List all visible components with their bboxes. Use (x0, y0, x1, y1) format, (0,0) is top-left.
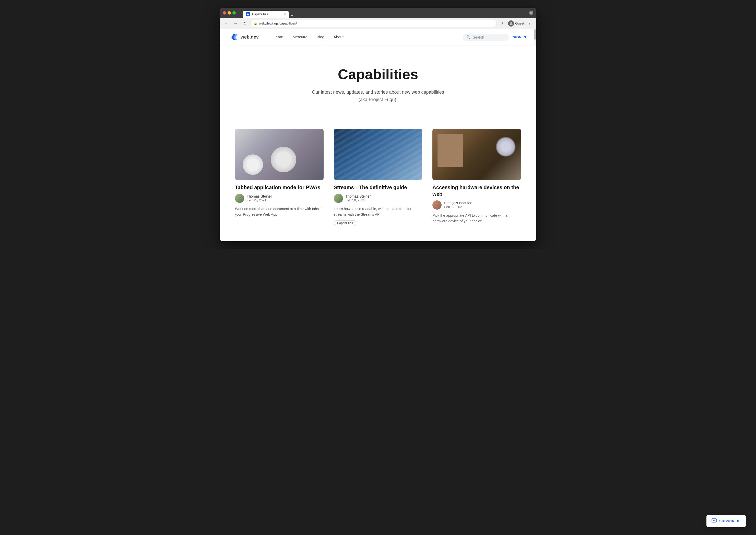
site-nav: Learn Measure Blog About (269, 29, 348, 45)
svg-point-0 (530, 12, 532, 14)
site-logo[interactable]: web.dev (230, 33, 259, 42)
article-title-1[interactable]: Tabbed application mode for PWAs (235, 184, 324, 191)
hero-description: Our latest news, updates, and stories ab… (312, 89, 444, 103)
article-author-1: Thomas Steiner Feb 25, 2021 (235, 194, 324, 203)
browser-toolbar: ← → ↻ 🔒 web.dev/tags/capabilities/ Guest… (219, 18, 537, 29)
article-card: Tabbed application mode for PWAs Thomas … (235, 129, 324, 226)
logo-text: web.dev (241, 35, 259, 40)
article-image-3[interactable] (432, 129, 521, 180)
article-title-2[interactable]: Streams—The definitive guide (334, 184, 422, 191)
article-image-1[interactable] (235, 129, 324, 180)
tab-close-icon[interactable]: × (284, 13, 286, 16)
article-tags-2: Capabilities (334, 220, 422, 226)
extension-icon[interactable] (499, 20, 506, 27)
author-info-3: François Beaufort Feb 12, 2021 (444, 201, 473, 209)
refresh-button[interactable]: ↻ (241, 20, 248, 27)
sign-in-button[interactable]: SIGN IN (513, 35, 526, 39)
author-date-3: Feb 12, 2021 (444, 205, 473, 209)
back-button[interactable]: ← (223, 20, 230, 27)
author-avatar-img-2 (334, 194, 343, 203)
tab-title: Capabilities (252, 13, 282, 16)
article-excerpt-3: Pick the appropriate API to communicate … (432, 212, 521, 224)
forward-button[interactable]: → (232, 20, 239, 27)
nav-about[interactable]: About (329, 29, 348, 45)
hero-section: Capabilities Our latest news, updates, a… (219, 45, 537, 119)
search-placeholder: Search (473, 35, 484, 39)
author-avatar-img-1 (235, 194, 244, 203)
new-tab-button[interactable]: + (291, 13, 293, 18)
logo-icon (230, 33, 238, 42)
maximize-button[interactable] (232, 11, 236, 14)
guest-label: Guest (515, 21, 524, 25)
article-author-2: Thomas Steiner Feb 19, 2021 (334, 194, 422, 203)
hero-title: Capabilities (230, 66, 526, 82)
author-avatar-2 (334, 194, 343, 203)
author-info-2: Thomas Steiner Feb 19, 2021 (346, 194, 371, 202)
header-right: 🔍 Search SIGN IN (463, 34, 526, 41)
guest-button[interactable]: Guest (508, 20, 524, 27)
article-excerpt-2: Learn how to use readable, writable, and… (334, 206, 422, 217)
close-button[interactable] (223, 11, 226, 14)
author-avatar-img-3 (432, 200, 442, 210)
author-name-3: François Beaufort (444, 201, 473, 205)
browser-menu-icon[interactable] (529, 11, 533, 15)
scrollbar-thumb[interactable] (534, 29, 536, 40)
article-author-3: François Beaufort Feb 12, 2021 (432, 200, 521, 210)
author-avatar-1 (235, 194, 244, 203)
article-title-3[interactable]: Accessing hardware devices on the web (432, 184, 521, 197)
nav-learn[interactable]: Learn (269, 29, 288, 45)
article-excerpt-1: Work on more than one document at a time… (235, 206, 324, 217)
article-card-3: Accessing hardware devices on the web Fr… (432, 129, 521, 226)
articles-grid: Tabbed application mode for PWAs Thomas … (219, 119, 537, 241)
article-thumbnail-3 (432, 129, 521, 180)
guest-avatar (508, 20, 514, 27)
search-box[interactable]: 🔍 Search (463, 34, 509, 41)
author-name-2: Thomas Steiner (346, 194, 371, 198)
page-content: web.dev Learn Measure Blog About 🔍 Searc… (219, 29, 537, 241)
article-thumbnail-2 (334, 129, 422, 180)
scrollbar-track (534, 29, 537, 45)
minimize-button[interactable] (228, 11, 231, 14)
nav-measure[interactable]: Measure (288, 29, 312, 45)
author-name-1: Thomas Steiner (247, 194, 272, 198)
author-date-1: Feb 25, 2021 (247, 198, 272, 202)
browser-menu-button[interactable]: ⋮ (526, 20, 533, 27)
lock-icon: 🔒 (254, 22, 257, 25)
author-date-2: Feb 19, 2021 (346, 198, 371, 202)
url-text: web.dev/tags/capabilities/ (259, 21, 493, 25)
nav-blog[interactable]: Blog (312, 29, 329, 45)
search-icon: 🔍 (466, 35, 471, 39)
article-tag-capabilities[interactable]: Capabilities (334, 220, 356, 226)
author-avatar-3 (432, 200, 442, 210)
article-card-2: Streams—The definitive guide Thomas Stei… (334, 129, 422, 226)
tab-favicon: ▶ (246, 12, 250, 16)
author-info-1: Thomas Steiner Feb 25, 2021 (247, 194, 272, 202)
article-thumbnail-1 (235, 129, 324, 180)
article-image-2[interactable] (334, 129, 422, 180)
address-bar[interactable]: 🔒 web.dev/tags/capabilities/ (250, 20, 497, 27)
site-header: web.dev Learn Measure Blog About 🔍 Searc… (219, 29, 537, 45)
active-tab[interactable]: ▶ Capabilities × (243, 11, 289, 18)
